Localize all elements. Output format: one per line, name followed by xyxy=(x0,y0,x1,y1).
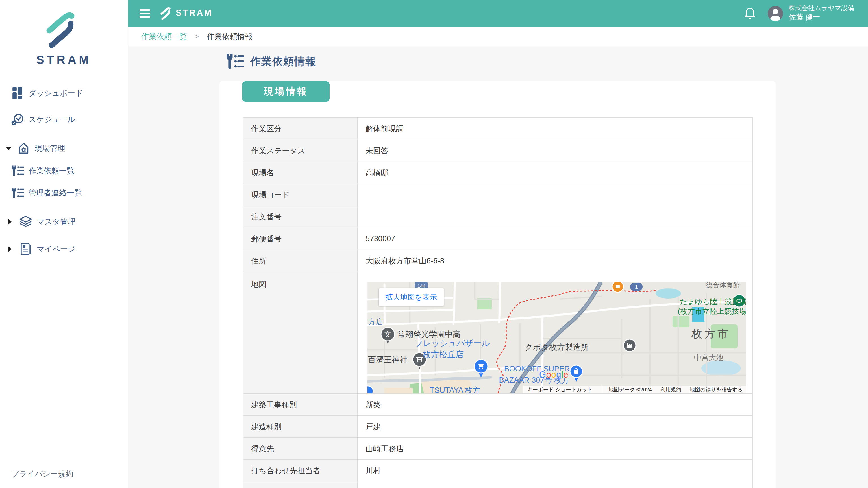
shop-marker-orange-icon[interactable] xyxy=(612,282,623,292)
google-logo[interactable]: Google xyxy=(539,370,568,380)
map-label: 方店 xyxy=(368,318,383,326)
row-label: 地図 xyxy=(243,272,358,394)
detail-card: 現場情報 作業区分 解体前現調 作業ステータス 未回答 現場名 高橋邸 現場コー… xyxy=(219,82,776,488)
stram-logo-text: STRAM xyxy=(0,53,128,67)
table-row-partial xyxy=(243,482,753,488)
map-label: クボタ枚方製造所 xyxy=(525,343,589,352)
breadcrumb: 作業依頼一覧 > 作業依頼情報 xyxy=(128,27,868,46)
hamburger-menu-icon[interactable] xyxy=(140,9,150,18)
sidebar-item-master-management[interactable]: マスタ管理 xyxy=(0,213,128,230)
row-value: 山崎工務店 xyxy=(358,438,753,460)
breadcrumb-parent-link[interactable]: 作業依頼一覧 xyxy=(141,31,187,41)
table-row: 建造種別 戸建 xyxy=(243,416,753,438)
main-content: 作業依頼情報 現場情報 作業区分 解体前現調 作業ステータス 未回答 現場名 高… xyxy=(128,46,868,488)
sidebar-item-label: 管理者連絡一覧 xyxy=(29,188,82,198)
stram-logo-icon-white xyxy=(160,6,172,21)
sidebar-item-work-request-list[interactable]: 作業依頼一覧 xyxy=(0,162,128,179)
notifications-bell-icon[interactable] xyxy=(744,7,756,20)
top-bar: STRAM 株式会社ムラヤマ設備 佐藤 健一 xyxy=(128,0,868,27)
user-name: 佐藤 健一 xyxy=(788,12,854,22)
user-company: 株式会社ムラヤマ設備 xyxy=(788,4,854,12)
chevron-right-icon xyxy=(8,219,11,225)
row-value: 解体前現調 xyxy=(358,118,753,140)
page-title-text: 作業依頼情報 xyxy=(250,55,316,69)
sidebar-item-label: マイページ xyxy=(37,244,76,254)
row-value xyxy=(358,206,753,228)
table-row: 得意先 山崎工務店 xyxy=(243,438,753,460)
person-icon xyxy=(768,6,783,21)
table-row: 現場名 高橋邸 xyxy=(243,162,753,184)
work-request-list-icon xyxy=(11,164,24,177)
admin-contact-list-icon xyxy=(11,186,24,199)
sidebar-item-admin-contact-list[interactable]: 管理者連絡一覧 xyxy=(0,185,128,201)
stram-logo-icon xyxy=(44,8,78,52)
terms-link[interactable]: 利用規約 xyxy=(660,386,681,393)
site-info-table: 作業区分 解体前現調 作業ステータス 未回答 現場名 高橋邸 現場コード 注文番… xyxy=(243,118,753,488)
site-management-icon xyxy=(17,142,30,155)
row-label: 現場名 xyxy=(243,162,358,184)
map-expand-button[interactable]: 拡大地図を表示 xyxy=(379,288,444,306)
report-map-error-link[interactable]: 地図の誤りを報告する xyxy=(690,386,743,393)
breadcrumb-current: 作業依頼情報 xyxy=(207,31,252,41)
keyboard-shortcuts-link[interactable]: キーボード ショートカット xyxy=(527,386,592,393)
privacy-policy-link[interactable]: プライバシー規約 xyxy=(11,469,73,479)
table-row: 打ち合わせ先担当者 川村 xyxy=(243,460,753,482)
schedule-icon xyxy=(11,113,24,126)
row-value: 戸建 xyxy=(358,416,753,438)
map-label: フレッシュバザール xyxy=(415,338,490,348)
row-value: 川村 xyxy=(358,460,753,482)
sidebar-item-label: 作業依頼一覧 xyxy=(29,166,74,176)
sidebar-item-label: スケジュール xyxy=(29,115,75,125)
map-label: 枚方松丘店 xyxy=(423,350,464,359)
map-label: 枚方市 xyxy=(691,328,731,340)
table-row: 作業ステータス 未回答 xyxy=(243,140,753,162)
table-row: 注文番号 xyxy=(243,206,753,228)
map-attribution: キーボード ショートカット 地図データ ©2024 利用規約 地図の誤りを報告す… xyxy=(523,386,746,393)
row-value: 未回答 xyxy=(358,140,753,162)
page-title: 作業依頼情報 xyxy=(225,53,316,70)
map-label: 常翔啓光学園中高 xyxy=(397,330,461,338)
row-value xyxy=(358,184,753,206)
sidebar-item-mypage[interactable]: マイページ xyxy=(0,240,128,258)
row-label: 建築工事種別 xyxy=(243,394,358,416)
work-request-icon xyxy=(225,53,244,70)
table-row: 郵便番号 5730007 xyxy=(243,228,753,250)
row-value: 5730007 xyxy=(358,228,753,250)
row-value xyxy=(358,482,753,488)
table-row: 現場コード xyxy=(243,184,753,206)
table-row: 建築工事種別 新築 xyxy=(243,394,753,416)
breadcrumb-separator: > xyxy=(195,32,199,40)
route-1-badge: 1 xyxy=(630,283,643,291)
table-row: 作業区分 解体前現調 xyxy=(243,118,753,140)
sidebar-item-dashboard[interactable]: ダッシュボード xyxy=(0,85,128,102)
row-label: 作業区分 xyxy=(243,118,358,140)
row-value-map: 144 1 xyxy=(358,272,753,394)
map-label: 中宮大池 xyxy=(694,353,723,362)
row-value: 高橋邸 xyxy=(358,162,753,184)
sidebar-item-label: 現場管理 xyxy=(35,143,65,153)
chevron-down-icon xyxy=(6,147,12,150)
factory-marker-icon[interactable] xyxy=(623,339,636,352)
tab-site-info[interactable]: 現場情報 xyxy=(242,82,330,102)
row-label: 打ち合わせ先担当者 xyxy=(243,460,358,482)
row-label: 建造種別 xyxy=(243,416,358,438)
row-label: 住所 xyxy=(243,250,358,272)
layers-icon xyxy=(19,215,32,228)
mypage-icon xyxy=(19,242,32,256)
sidebar: STRAM ダッシュボード スケジュール xyxy=(0,0,128,488)
table-row-map: 地図 xyxy=(243,272,753,394)
row-value: 大阪府枚方市堂山6-6-8 xyxy=(358,250,753,272)
map-label: 百濟王神社 xyxy=(368,355,408,364)
row-label xyxy=(243,482,358,488)
avatar[interactable] xyxy=(768,6,783,21)
sidebar-item-schedule[interactable]: スケジュール xyxy=(0,111,128,128)
sidebar-item-label: ダッシュボード xyxy=(29,88,83,98)
map-label: TSUTAYA 枚方 xyxy=(430,386,480,393)
sidebar-item-label: マスタ管理 xyxy=(37,217,75,227)
table-row: 住所 大阪府枚方市堂山6-6-8 xyxy=(243,250,753,272)
sidebar-item-site-management[interactable]: 現場管理 xyxy=(0,140,128,157)
row-label: 現場コード xyxy=(243,184,358,206)
google-map[interactable]: 144 1 xyxy=(368,282,746,393)
svg-text:文: 文 xyxy=(384,330,391,338)
row-label: 郵便番号 xyxy=(243,228,358,250)
